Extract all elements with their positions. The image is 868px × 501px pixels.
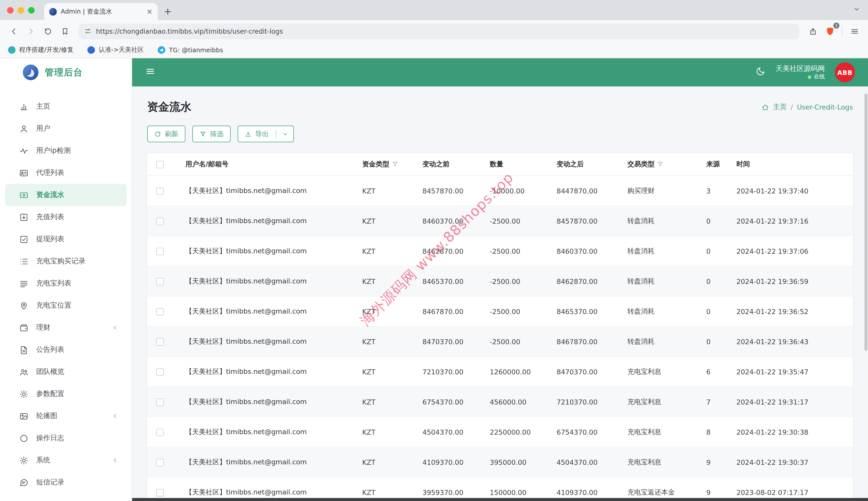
cell-select xyxy=(147,327,178,356)
share-icon[interactable] xyxy=(805,24,820,39)
back-icon[interactable] xyxy=(6,24,21,39)
select-all-checkbox[interactable] xyxy=(156,161,164,169)
sidebar-item-params-config[interactable]: 参数配置 xyxy=(5,383,127,405)
filter-button[interactable]: 筛选 xyxy=(192,126,230,142)
bookmarks-bar: 程序搭建/开发/修复 认准->天美社区 TG: @tianmeibbs xyxy=(0,42,868,58)
sidebar-item-carousel[interactable]: 轮播图 xyxy=(5,405,127,427)
status-dot-icon xyxy=(808,75,811,79)
row-checkbox[interactable] xyxy=(156,188,164,195)
row-checkbox[interactable] xyxy=(156,398,164,406)
bookmark-icon[interactable] xyxy=(57,24,72,39)
row-checkbox[interactable] xyxy=(156,429,164,436)
refresh-button[interactable]: 刷新 xyxy=(147,126,185,142)
cell-type: 充电宝利息 xyxy=(620,356,699,387)
sidebar-item-users[interactable]: 用户 xyxy=(5,118,127,140)
row-checkbox[interactable] xyxy=(156,308,164,316)
bookmark-item[interactable]: 程序搭建/开发/修复 xyxy=(8,46,74,54)
cell-source: 9 xyxy=(699,447,729,477)
cell-time: 2024-01-22 19:31:17 xyxy=(729,387,853,417)
cell-user: 【天美社区】timibbs.net@gmail.com xyxy=(178,387,355,417)
cell-after: 8465370.00 xyxy=(550,296,620,327)
address-bar[interactable]: https://chongdianbao.timibbs.vip/timibbs… xyxy=(78,23,799,39)
filter-icon[interactable] xyxy=(657,161,664,167)
tab-search-chevron-icon[interactable] xyxy=(854,5,860,14)
tab-title: Admin | 资金流水 xyxy=(61,7,142,16)
cell-after: 8457870.00 xyxy=(550,206,620,236)
check-square-icon xyxy=(19,234,29,244)
cell-source: 9 xyxy=(699,477,729,501)
table-row: 【天美社区】timibbs.net@gmail.comKZT8462870.00… xyxy=(147,236,853,266)
cell-type: 充电宝返还本金 xyxy=(620,477,699,501)
sidebar-item-credit-logs[interactable]: 资金流水 xyxy=(5,184,127,206)
new-tab-button[interactable]: + xyxy=(164,7,172,16)
cell-before: 8467870.00 xyxy=(415,296,483,327)
browser-menu-icon[interactable] xyxy=(847,24,862,39)
zoom-window-button[interactable] xyxy=(28,7,35,13)
cell-select xyxy=(147,417,178,447)
sidebar-toggle-icon[interactable] xyxy=(145,66,155,78)
bookmark-item[interactable]: TG: @tianmeibbs xyxy=(158,46,223,54)
browser-toolbar: https://chongdianbao.timibbs.vip/timibbs… xyxy=(0,20,868,42)
row-checkbox[interactable] xyxy=(156,338,164,346)
forward-icon[interactable] xyxy=(23,24,38,39)
cell-before: 4504370.00 xyxy=(415,417,483,447)
url-text: https://chongdianbao.timibbs.vip/timibbs… xyxy=(96,28,283,35)
avatar[interactable]: ABB xyxy=(835,62,855,83)
chevron-down-icon xyxy=(282,130,289,137)
row-checkbox[interactable] xyxy=(156,489,164,497)
sidebar-item-team-overview[interactable]: 团队概览 xyxy=(5,361,127,383)
row-checkbox[interactable] xyxy=(156,459,164,466)
sidebar-item-powerbank-list[interactable]: 充电宝列表 xyxy=(5,273,127,295)
doc-icon xyxy=(19,345,29,354)
sidebar-item-sms-records[interactable]: 短信记录 xyxy=(5,471,127,493)
browser-tab[interactable]: Admin | 资金流水 × xyxy=(44,3,158,20)
cell-select xyxy=(147,477,178,501)
actions-row: 刷新 筛选 导出 xyxy=(147,126,853,142)
sidebar-item-user-ip-check[interactable]: 用户ip检测 xyxy=(5,140,127,162)
download-icon xyxy=(245,130,252,137)
row-checkbox[interactable] xyxy=(156,368,164,376)
sidebar-item-powerbank-purchase-records[interactable]: 充电宝购买记录 xyxy=(5,250,127,273)
bookmark-label: 认准->天美社区 xyxy=(99,46,144,54)
export-button[interactable]: 导出 xyxy=(238,126,294,142)
brave-shield-icon[interactable]: 1 xyxy=(822,24,837,39)
cell-amount: -2500.00 xyxy=(483,236,550,266)
cell-time: 2023-08-02 07:17:17 xyxy=(729,477,853,501)
sidebar-item-label: 理财 xyxy=(36,323,104,332)
list-check-icon xyxy=(19,257,29,266)
sidebar-item-notice-list[interactable]: 公告列表 xyxy=(5,339,127,361)
tab-close-icon[interactable]: × xyxy=(147,8,153,15)
site-settings-icon[interactable] xyxy=(84,28,91,35)
sidebar-item-recharge-list[interactable]: 充值列表 xyxy=(5,206,127,228)
sidebar-item-withdraw-list[interactable]: 提现列表 xyxy=(5,228,127,250)
row-checkbox[interactable] xyxy=(156,248,164,255)
sidebar-item-label: 资金流水 xyxy=(36,190,119,200)
row-checkbox[interactable] xyxy=(156,278,164,285)
app-logo xyxy=(22,64,39,81)
sidebar-item-operation-logs[interactable]: 操作日志 xyxy=(5,427,127,449)
cell-after: 4504370.00 xyxy=(550,447,620,477)
chat-icon xyxy=(19,478,29,487)
filter-icon[interactable] xyxy=(392,161,398,167)
sidebar-item-home[interactable]: 主页 xyxy=(5,95,127,118)
cell-source: 8 xyxy=(699,417,729,447)
table-row: 【天美社区】timibbs.net@gmail.comKZT7210370.00… xyxy=(147,356,853,387)
user-icon xyxy=(19,124,29,134)
sidebar-item-agent-list[interactable]: 代理列表 xyxy=(5,162,127,184)
cell-after: 8470370.00 xyxy=(550,356,620,387)
chart-bar-icon xyxy=(19,102,29,111)
sidebar-item-system[interactable]: 系统 xyxy=(5,449,127,471)
scrollbar-thumb[interactable] xyxy=(865,94,868,351)
cell-user: 【天美社区】timibbs.net@gmail.com xyxy=(178,447,355,477)
sidebar-item-finance[interactable]: 理财 xyxy=(5,317,127,339)
breadcrumb-home[interactable]: 主页 xyxy=(773,103,786,111)
minimize-window-button[interactable] xyxy=(18,7,24,13)
close-window-button[interactable] xyxy=(7,7,13,13)
reload-icon[interactable] xyxy=(40,24,55,39)
site-info: 天美社区源码网 在线 xyxy=(775,64,825,81)
dark-mode-icon[interactable] xyxy=(756,66,766,78)
sidebar-item-powerbank-location[interactable]: 充电宝位置 xyxy=(5,295,127,317)
row-checkbox[interactable] xyxy=(156,217,164,225)
cell-user: 【天美社区】timibbs.net@gmail.com xyxy=(178,175,355,206)
bookmark-item[interactable]: 认准->天美社区 xyxy=(88,46,144,54)
